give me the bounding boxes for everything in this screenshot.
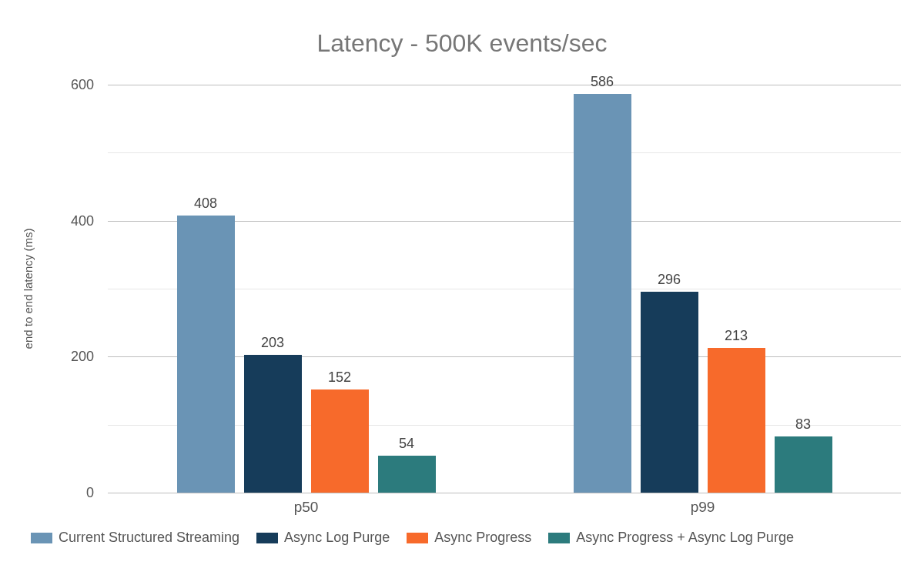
legend-item: Current Structured Streaming <box>31 530 239 546</box>
bar <box>574 94 631 493</box>
y-axis-title: end to end latency (ms) <box>22 229 35 349</box>
grid-line <box>108 85 901 85</box>
plot-area: 020040060040820315254p5058629621383p99 <box>108 85 901 493</box>
y-tick-label: 400 <box>48 212 94 229</box>
legend: Current Structured StreamingAsync Log Pu… <box>31 530 909 546</box>
legend-item: Async Log Purge <box>256 530 390 546</box>
legend-swatch <box>548 533 570 543</box>
x-tick-label: p50 <box>294 499 319 516</box>
y-tick-label: 600 <box>48 77 94 93</box>
legend-label: Async Progress <box>434 530 531 546</box>
legend-label: Async Log Purge <box>284 530 390 546</box>
legend-label: Current Structured Streaming <box>59 530 239 546</box>
bar <box>311 389 369 493</box>
legend-swatch <box>407 533 428 543</box>
bar <box>708 348 765 493</box>
legend-swatch <box>256 533 278 543</box>
y-tick-label: 0 <box>48 485 94 501</box>
legend-swatch <box>31 533 52 543</box>
bar-value-label: 203 <box>242 335 303 351</box>
y-tick-label: 200 <box>48 349 94 365</box>
legend-item: Async Progress <box>407 530 531 546</box>
bar-value-label: 54 <box>376 436 437 452</box>
bar <box>177 216 235 493</box>
bar <box>775 436 832 493</box>
bar-value-label: 83 <box>772 416 834 433</box>
grid-line <box>108 493 901 493</box>
legend-label: Async Progress + Async Log Purge <box>576 530 794 546</box>
bar-value-label: 152 <box>309 369 370 386</box>
bar <box>244 355 302 493</box>
bar <box>641 292 698 493</box>
bar-value-label: 213 <box>705 328 767 344</box>
legend-item: Async Progress + Async Log Purge <box>548 530 794 546</box>
bar-value-label: 408 <box>175 196 236 212</box>
chart-container: Latency - 500K events/sec end to end lat… <box>0 0 924 575</box>
bar-value-label: 296 <box>638 272 700 288</box>
grid-line <box>108 152 901 153</box>
chart-title: Latency - 500K events/sec <box>0 29 924 58</box>
bar-value-label: 586 <box>571 74 633 90</box>
bar <box>378 456 436 493</box>
x-tick-label: p99 <box>691 499 715 516</box>
